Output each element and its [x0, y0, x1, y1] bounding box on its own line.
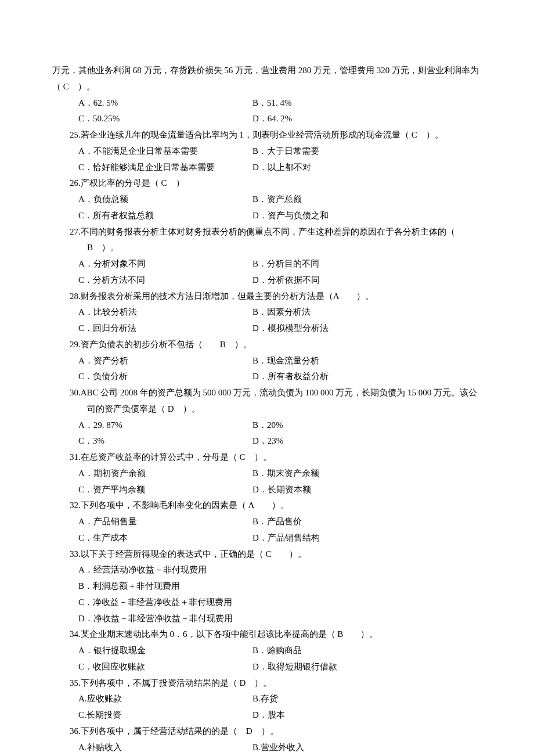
q31-optC: C．资产平均余额 — [78, 482, 252, 498]
q28-optD: D．模拟模型分析法 — [252, 321, 482, 337]
q33-optD: D．净收益－非经营净收益－非付现费用 — [52, 611, 482, 627]
q29-opts-row1: A．资产分析 B．现金流量分析 — [52, 353, 482, 369]
q27-optC: C．分析方法不同 — [78, 272, 252, 289]
q32-text: 32.下列各项中，不影响毛利率变化的因素是（ A ）。 — [52, 498, 482, 514]
q33-optB: B．利润总额＋非付现费用 — [52, 578, 482, 595]
q25-text: 25.若企业连续几年的现金流量适合比率均为 1，则表明企业经营活动所形成的现金流… — [70, 127, 482, 143]
q28-optA: A．比较分析法 — [78, 304, 252, 321]
q26-text: 26.产权比率的分母是（ C ） — [52, 175, 482, 192]
q27-opts-row2: C．分析方法不同 D．分析依据不同 — [52, 272, 482, 289]
q27-text: 27.不同的财务报表分析主体对财务报表分析的侧重点不同，产生这种差异的原因在于各… — [70, 224, 482, 257]
q25-opts-row1: A．不能满足企业日常基本需要 B．大于日常需要 — [52, 143, 482, 160]
q35-optA: A.应收账款 — [78, 691, 252, 707]
q35-optC: C.长期投资 — [78, 707, 252, 723]
q34-optD: D．取得短期银行借款 — [252, 659, 482, 675]
q29-optB: B．现金流量分析 — [252, 353, 482, 369]
q32-opts-row2: C．生产成本 D．产品销售结构 — [52, 530, 482, 546]
q34-text: 34.某企业期末速动比率为 0．6，以下各项中能引起该比率提高的是（ B ）。 — [52, 627, 482, 643]
q27-optB: B．分析目的不同 — [252, 256, 482, 272]
q32-optC: C．生产成本 — [78, 530, 252, 546]
q30-optA: A．29. 87% — [78, 417, 252, 434]
q33-optA: A．经营活动净收益－非付现费用 — [52, 562, 482, 578]
q26-opts-row2: C．所有者权益总额 D．资产与负债之和 — [52, 208, 482, 224]
q28-optB: B．因素分析法 — [252, 304, 482, 321]
q28-text: 28.财务报表分析采用的技术方法日渐增加，但最主要的分析方法是（A ）。 — [52, 289, 482, 305]
q26-opts-row1: A．负债总额 B．资产总额 — [52, 192, 482, 208]
q25-optB: B．大于日常需要 — [252, 143, 482, 160]
q29-optD: D．所有者权益分析 — [252, 369, 482, 385]
q29-text: 29.资产负债表的初步分析不包括（ B ）。 — [52, 337, 482, 353]
q25-optC: C．恰好能够满足企业日常基本需要 — [78, 160, 252, 176]
q31-opts-row1: A．期初资产余额 B．期末资产余额 — [52, 466, 482, 482]
q30-opts-row1: A．29. 87% B．20% — [52, 417, 482, 434]
q31-optB: B．期末资产余额 — [252, 466, 482, 482]
q32-optD: D．产品销售结构 — [252, 530, 482, 546]
q30-optC: C．3% — [78, 433, 252, 449]
q34-optB: B．赊购商品 — [252, 643, 482, 659]
q28-opts-row2: C．回归分析法 D．模拟模型分析法 — [52, 321, 482, 337]
q32-optB: B．产品售价 — [252, 514, 482, 530]
q34-optA: A．银行提取现金 — [78, 643, 252, 659]
page-container: 万元，其他业务利润 68 万元，存货跌价损失 56 万元，营业费用 280 万元… — [0, 0, 534, 756]
q36-opts-row1: A.补贴收入 B.营业外收入 — [52, 740, 482, 756]
q35-optD: D．股本 — [252, 707, 482, 723]
q26-optD: D．资产与负债之和 — [252, 208, 482, 224]
q24-preamble: 万元，其他业务利润 68 万元，存货跌价损失 56 万元，营业费用 280 万元… — [52, 63, 482, 95]
q24-opts-row2: C．50.25% D．64. 2% — [52, 111, 482, 127]
q35-opts-row2: C.长期投资 D．股本 — [52, 707, 482, 723]
q29-optC: C．负债分析 — [78, 369, 252, 385]
q34-opts-row2: C．收回应收账款 D．取得短期银行借款 — [52, 659, 482, 675]
q25-optA: A．不能满足企业日常基本需要 — [78, 143, 252, 160]
q33-optC: C．净收益－非经营净收益＋非付现费用 — [52, 595, 482, 611]
q32-opts-row1: A．产品销售量 B．产品售价 — [52, 514, 482, 530]
q31-opts-row2: C．资产平均余额 D．长期资本额 — [52, 482, 482, 498]
q27-opts-row1: A．分析对象不同 B．分析目的不同 — [52, 256, 482, 272]
q26-optA: A．负债总额 — [78, 192, 252, 208]
q28-opts-row1: A．比较分析法 B．因素分析法 — [52, 304, 482, 321]
q35-opts-row1: A.应收账款 B.存货 — [52, 691, 482, 707]
q35-text: 35.下列各项中，不属于投资活动结果的是（ D ）。 — [52, 675, 482, 692]
q31-optD: D．长期资本额 — [252, 482, 482, 498]
q33-text: 33.以下关于经营所得现金的表达式中，正确的是（ C ）。 — [52, 546, 482, 563]
q24-optC: C．50.25% — [78, 111, 252, 127]
q30-opts-row2: C．3% D．23% — [52, 433, 482, 449]
q27-optD: D．分析依据不同 — [252, 272, 482, 289]
q24-opts-row1: A．62. 5% B．51. 4% — [52, 95, 482, 111]
q30-optD: D．23% — [252, 433, 482, 449]
q34-opts-row1: A．银行提取现金 B．赊购商品 — [52, 643, 482, 659]
q28-optC: C．回归分析法 — [78, 321, 252, 337]
q35-optB: B.存货 — [252, 691, 482, 707]
q24-optD: D．64. 2% — [252, 111, 482, 127]
q31-text: 31.在总资产收益率的计算公式中，分母是（ C ）。 — [52, 449, 482, 466]
q25-optD: D．以上都不对 — [252, 160, 482, 176]
q26-optC: C．所有者权益总额 — [78, 208, 252, 224]
q25-opts-row2: C．恰好能够满足企业日常基本需要 D．以上都不对 — [52, 160, 482, 176]
q24-optA: A．62. 5% — [78, 95, 252, 111]
q29-opts-row2: C．负债分析 D．所有者权益分析 — [52, 369, 482, 385]
q30-text: 30.ABC 公司 2008 年的资产总额为 500 000 万元，流动负债为 … — [70, 385, 482, 417]
q30-optB: B．20% — [252, 417, 482, 434]
q24-optB: B．51. 4% — [252, 95, 482, 111]
q27-optA: A．分析对象不同 — [78, 256, 252, 272]
q26-optB: B．资产总额 — [252, 192, 482, 208]
q31-optA: A．期初资产余额 — [78, 466, 252, 482]
q36-text: 36.下列各项中，属于经营活动结果的的是（ D ）。 — [52, 723, 482, 740]
q29-optA: A．资产分析 — [78, 353, 252, 369]
q32-optA: A．产品销售量 — [78, 514, 252, 530]
q34-optC: C．收回应收账款 — [78, 659, 252, 675]
q36-optA: A.补贴收入 — [78, 740, 252, 756]
q36-optB: B.营业外收入 — [252, 740, 482, 756]
